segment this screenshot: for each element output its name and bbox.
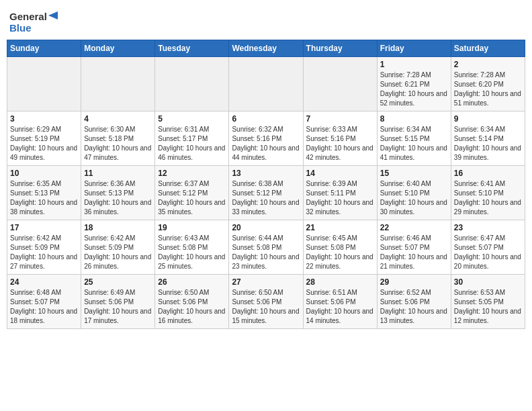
- weekday-header-friday: Friday: [377, 40, 451, 57]
- day-number: 9: [454, 114, 522, 124]
- calendar-cell: 6Sunrise: 6:32 AMSunset: 5:16 PMDaylight…: [229, 111, 303, 166]
- day-info: Sunrise: 6:33 AMSunset: 5:16 PMDaylight:…: [306, 125, 374, 163]
- day-number: 13: [232, 169, 300, 178]
- day-number: 12: [158, 169, 226, 178]
- calendar-cell: 22Sunrise: 6:46 AMSunset: 5:07 PMDayligh…: [377, 220, 451, 275]
- day-info: Sunrise: 6:36 AMSunset: 5:13 PMDaylight:…: [84, 179, 152, 217]
- day-number: 3: [10, 114, 78, 124]
- day-number: 14: [306, 169, 374, 178]
- day-info: Sunrise: 6:44 AMSunset: 5:08 PMDaylight:…: [232, 234, 300, 271]
- day-number: 4: [84, 114, 152, 124]
- day-number: 22: [380, 223, 448, 232]
- day-info: Sunrise: 6:43 AMSunset: 5:08 PMDaylight:…: [158, 234, 226, 271]
- calendar-cell: 3Sunrise: 6:29 AMSunset: 5:19 PMDaylight…: [7, 111, 81, 166]
- day-info: Sunrise: 7:28 AMSunset: 6:20 PMDaylight:…: [454, 71, 522, 108]
- calendar-cell: 28Sunrise: 6:51 AMSunset: 5:06 PMDayligh…: [303, 275, 377, 329]
- calendar-cell: 1Sunrise: 7:28 AMSunset: 6:21 PMDaylight…: [377, 57, 451, 111]
- day-info: Sunrise: 6:51 AMSunset: 5:06 PMDaylight:…: [306, 288, 374, 326]
- day-info: Sunrise: 6:49 AMSunset: 5:06 PMDaylight:…: [84, 288, 152, 326]
- calendar-cell: 16Sunrise: 6:41 AMSunset: 5:10 PMDayligh…: [451, 166, 525, 220]
- calendar-cell: 17Sunrise: 6:42 AMSunset: 5:09 PMDayligh…: [7, 220, 81, 275]
- day-number: 27: [232, 277, 300, 287]
- calendar-cell: [303, 57, 377, 111]
- calendar-cell: 9Sunrise: 6:34 AMSunset: 5:14 PMDaylight…: [451, 111, 525, 166]
- calendar-cell: 4Sunrise: 6:30 AMSunset: 5:18 PMDaylight…: [81, 111, 155, 166]
- calendar-cell: 10Sunrise: 6:35 AMSunset: 5:13 PMDayligh…: [7, 166, 81, 220]
- day-number: 30: [454, 277, 522, 287]
- day-number: 21: [306, 223, 374, 232]
- week-row-4: 17Sunrise: 6:42 AMSunset: 5:09 PMDayligh…: [7, 220, 525, 275]
- week-row-5: 24Sunrise: 6:48 AMSunset: 5:07 PMDayligh…: [7, 275, 525, 329]
- day-number: 20: [232, 223, 300, 232]
- day-number: 1: [380, 60, 448, 69]
- day-number: 28: [306, 277, 374, 287]
- weekday-header-thursday: Thursday: [303, 40, 377, 57]
- calendar-cell: 20Sunrise: 6:44 AMSunset: 5:08 PMDayligh…: [229, 220, 303, 275]
- day-number: 25: [84, 277, 152, 287]
- day-info: Sunrise: 6:47 AMSunset: 5:07 PMDaylight:…: [454, 234, 522, 271]
- day-info: Sunrise: 6:34 AMSunset: 5:14 PMDaylight:…: [454, 125, 522, 163]
- day-number: 5: [158, 114, 226, 124]
- day-number: 24: [10, 277, 78, 287]
- weekday-header-sunday: Sunday: [7, 40, 81, 57]
- calendar-cell: 25Sunrise: 6:49 AMSunset: 5:06 PMDayligh…: [81, 275, 155, 329]
- day-info: Sunrise: 6:32 AMSunset: 5:16 PMDaylight:…: [232, 125, 300, 163]
- day-info: Sunrise: 6:35 AMSunset: 5:13 PMDaylight:…: [10, 179, 78, 217]
- calendar-cell: 12Sunrise: 6:37 AMSunset: 5:12 PMDayligh…: [155, 166, 229, 220]
- calendar-cell: 23Sunrise: 6:47 AMSunset: 5:07 PMDayligh…: [451, 220, 525, 275]
- day-number: 18: [84, 223, 152, 232]
- day-number: 17: [10, 223, 78, 232]
- day-info: Sunrise: 6:31 AMSunset: 5:17 PMDaylight:…: [158, 125, 226, 163]
- logo-group: General Blue: [9, 11, 59, 34]
- day-number: 15: [380, 169, 448, 178]
- calendar-cell: 8Sunrise: 6:34 AMSunset: 5:15 PMDaylight…: [377, 111, 451, 166]
- calendar-cell: 30Sunrise: 6:53 AMSunset: 5:05 PMDayligh…: [451, 275, 525, 329]
- day-number: 23: [454, 223, 522, 232]
- day-info: Sunrise: 6:29 AMSunset: 5:19 PMDaylight:…: [10, 125, 78, 163]
- day-info: Sunrise: 6:48 AMSunset: 5:07 PMDaylight:…: [10, 288, 78, 326]
- day-info: Sunrise: 6:42 AMSunset: 5:09 PMDaylight:…: [84, 234, 152, 271]
- calendar-cell: 26Sunrise: 6:50 AMSunset: 5:06 PMDayligh…: [155, 275, 229, 329]
- calendar-cell: 11Sunrise: 6:36 AMSunset: 5:13 PMDayligh…: [81, 166, 155, 220]
- logo-blue-text: Blue: [9, 22, 32, 34]
- logo: General Blue: [9, 11, 59, 34]
- day-info: Sunrise: 6:30 AMSunset: 5:18 PMDaylight:…: [84, 125, 152, 163]
- calendar-cell: 29Sunrise: 6:52 AMSunset: 5:06 PMDayligh…: [377, 275, 451, 329]
- day-number: 7: [306, 114, 374, 124]
- calendar-cell: 14Sunrise: 6:39 AMSunset: 5:11 PMDayligh…: [303, 166, 377, 220]
- day-number: 19: [158, 223, 226, 232]
- day-number: 6: [232, 114, 300, 124]
- day-number: 26: [158, 277, 226, 287]
- day-info: Sunrise: 6:38 AMSunset: 5:12 PMDaylight:…: [232, 179, 300, 217]
- day-info: Sunrise: 6:42 AMSunset: 5:09 PMDaylight:…: [10, 234, 78, 271]
- day-number: 10: [10, 169, 78, 178]
- day-info: Sunrise: 6:41 AMSunset: 5:10 PMDaylight:…: [454, 179, 522, 217]
- day-info: Sunrise: 6:50 AMSunset: 5:06 PMDaylight:…: [232, 288, 300, 326]
- weekday-header-row: SundayMondayTuesdayWednesdayThursdayFrid…: [7, 40, 525, 57]
- calendar-cell: 19Sunrise: 6:43 AMSunset: 5:08 PMDayligh…: [155, 220, 229, 275]
- calendar-cell: 15Sunrise: 6:40 AMSunset: 5:10 PMDayligh…: [377, 166, 451, 220]
- day-number: 2: [454, 60, 522, 69]
- svg-marker-0: [48, 11, 58, 19]
- day-info: Sunrise: 6:40 AMSunset: 5:10 PMDaylight:…: [380, 179, 448, 217]
- day-info: Sunrise: 6:53 AMSunset: 5:05 PMDaylight:…: [454, 288, 522, 326]
- day-number: 29: [380, 277, 448, 287]
- calendar-cell: 24Sunrise: 6:48 AMSunset: 5:07 PMDayligh…: [7, 275, 81, 329]
- day-info: Sunrise: 6:46 AMSunset: 5:07 PMDaylight:…: [380, 234, 448, 271]
- calendar-cell: 27Sunrise: 6:50 AMSunset: 5:06 PMDayligh…: [229, 275, 303, 329]
- calendar-cell: 2Sunrise: 7:28 AMSunset: 6:20 PMDaylight…: [451, 57, 525, 111]
- week-row-2: 3Sunrise: 6:29 AMSunset: 5:19 PMDaylight…: [7, 111, 525, 166]
- calendar-cell: 5Sunrise: 6:31 AMSunset: 5:17 PMDaylight…: [155, 111, 229, 166]
- day-info: Sunrise: 7:28 AMSunset: 6:21 PMDaylight:…: [380, 71, 448, 108]
- calendar-cell: [7, 57, 81, 111]
- logo-arrow-icon: [48, 11, 59, 22]
- day-info: Sunrise: 6:34 AMSunset: 5:15 PMDaylight:…: [380, 125, 448, 163]
- week-row-3: 10Sunrise: 6:35 AMSunset: 5:13 PMDayligh…: [7, 166, 525, 220]
- calendar-cell: [229, 57, 303, 111]
- day-info: Sunrise: 6:45 AMSunset: 5:08 PMDaylight:…: [306, 234, 374, 271]
- day-number: 11: [84, 169, 152, 178]
- calendar-cell: 13Sunrise: 6:38 AMSunset: 5:12 PMDayligh…: [229, 166, 303, 220]
- calendar-cell: 18Sunrise: 6:42 AMSunset: 5:09 PMDayligh…: [81, 220, 155, 275]
- day-number: 16: [454, 169, 522, 178]
- day-info: Sunrise: 6:39 AMSunset: 5:11 PMDaylight:…: [306, 179, 374, 217]
